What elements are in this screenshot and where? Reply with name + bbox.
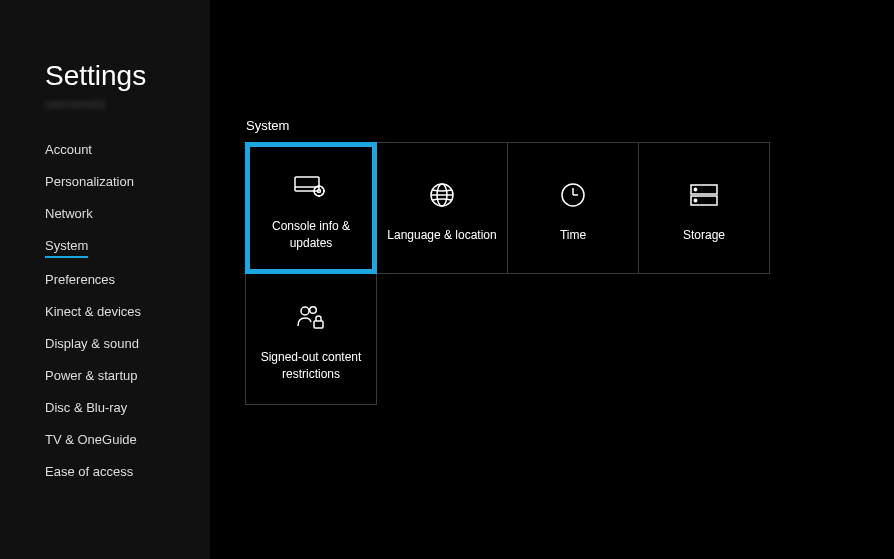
- svg-line-11: [322, 187, 323, 188]
- nav-item-network[interactable]: Network: [45, 206, 93, 224]
- nav-item-preferences[interactable]: Preferences: [45, 272, 115, 290]
- nav-item-account[interactable]: Account: [45, 142, 92, 160]
- page-title: Settings: [45, 60, 210, 92]
- tile-console-info-updates[interactable]: Console info & updates: [245, 142, 377, 274]
- nav-item-system[interactable]: System: [45, 238, 88, 258]
- nav-item-power-startup[interactable]: Power & startup: [45, 368, 138, 386]
- tile-storage[interactable]: Storage: [638, 142, 770, 274]
- svg-point-22: [301, 307, 309, 315]
- tile-label: Storage: [673, 227, 735, 244]
- console-gear-icon: [294, 164, 328, 208]
- people-lock-icon: [296, 295, 326, 339]
- tile-label: Console info & updates: [250, 218, 372, 252]
- svg-line-8: [315, 187, 316, 188]
- tile-signed-out-content-restrictions[interactable]: Signed-out content restrictions: [245, 273, 377, 405]
- settings-sidebar: Settings username01 Account Personalizat…: [0, 0, 210, 559]
- svg-point-20: [694, 188, 696, 190]
- svg-point-23: [310, 307, 317, 314]
- account-subtitle: username01: [45, 98, 210, 110]
- clock-icon: [560, 173, 586, 217]
- svg-rect-0: [295, 177, 319, 191]
- svg-line-9: [322, 194, 323, 195]
- storage-icon: [689, 173, 719, 217]
- nav-item-kinect-devices[interactable]: Kinect & devices: [45, 304, 141, 322]
- tile-time[interactable]: Time: [507, 142, 639, 274]
- svg-rect-24: [314, 321, 323, 328]
- nav-item-tv-oneguide[interactable]: TV & OneGuide: [45, 432, 137, 450]
- settings-nav: Account Personalization Network System P…: [45, 142, 210, 482]
- tile-grid: Console info & updates Language & locati…: [246, 143, 786, 405]
- svg-line-10: [315, 194, 316, 195]
- tile-label: Language & location: [377, 227, 506, 244]
- tile-label: Time: [550, 227, 596, 244]
- nav-item-disc-bluray[interactable]: Disc & Blu-ray: [45, 400, 127, 418]
- nav-item-ease-of-access[interactable]: Ease of access: [45, 464, 133, 482]
- nav-item-personalization[interactable]: Personalization: [45, 174, 134, 192]
- tile-language-location[interactable]: Language & location: [376, 142, 508, 274]
- globe-icon: [429, 173, 455, 217]
- nav-item-display-sound[interactable]: Display & sound: [45, 336, 139, 354]
- tile-label: Signed-out content restrictions: [246, 349, 376, 383]
- main-content: System Console info &: [210, 0, 894, 559]
- section-label: System: [246, 118, 894, 133]
- svg-point-21: [694, 199, 696, 201]
